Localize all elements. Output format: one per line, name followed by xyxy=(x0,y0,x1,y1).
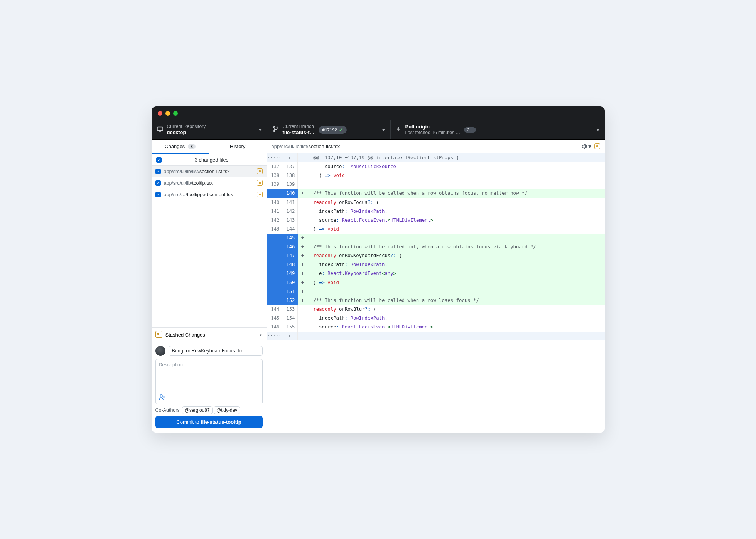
filepath-name: section-list.tsx xyxy=(309,143,340,149)
add-coauthor-icon[interactable] xyxy=(159,394,259,402)
diff-view[interactable]: ·····↑ @@ -137,10 +137,19 @@ interface I… xyxy=(267,153,605,433)
diff-line[interactable]: 140141 readonly onRowFocus?: ( xyxy=(267,198,605,207)
toolbar: Current Repository desktop ▾ Current Bra… xyxy=(152,120,605,140)
description-input[interactable]: Description xyxy=(155,359,263,404)
stashed-changes-row[interactable]: Stashed Changes › xyxy=(152,327,267,342)
chevron-down-icon: ▾ xyxy=(597,127,599,133)
file-checkbox[interactable]: ✓ xyxy=(155,180,161,186)
file-row[interactable]: ✓app/src/ui/lib/list/section-list.tsx xyxy=(152,166,267,177)
commit-button[interactable]: Commit to file-status-tooltip xyxy=(155,416,263,428)
file-modified-icon xyxy=(594,143,600,149)
file-path: app/src/ui/lib/list/section-list.tsx xyxy=(164,169,254,174)
pull-sub: Last fetched 16 minutes … xyxy=(405,130,461,136)
svg-point-1 xyxy=(273,126,275,128)
branch-label: Current Branch xyxy=(283,124,315,130)
close-icon[interactable] xyxy=(158,111,162,116)
diff-line[interactable]: 145154 indexPath: RowIndexPath, xyxy=(267,314,605,323)
diff-line[interactable]: 148+ indexPath: RowIndexPath, xyxy=(267,260,605,269)
coauthors-row: Co-Authors @sergiou87 @tidy-dev xyxy=(155,408,263,413)
stash-icon xyxy=(156,332,162,338)
check-icon: ✓ xyxy=(339,127,343,133)
desktop-icon xyxy=(157,126,163,133)
pull-more-dropdown[interactable]: ▾ xyxy=(589,120,605,139)
file-path: app/src/ui/lib/tooltip.tsx xyxy=(164,180,254,186)
filepath-dir: app/src/ui/lib/list/ xyxy=(272,143,309,149)
diff-line[interactable]: 146155 source: React.FocusEvent<HTMLDivE… xyxy=(267,323,605,332)
tab-history-label: History xyxy=(230,143,245,149)
diff-line[interactable]: 147+ readonly onRowKeyboardFocus?: ( xyxy=(267,251,605,260)
file-modified-icon xyxy=(257,180,263,186)
download-icon xyxy=(396,126,402,133)
tab-history[interactable]: History xyxy=(209,140,267,154)
repo-label: Current Repository xyxy=(167,124,206,130)
branch-value: file-status-t… xyxy=(283,130,315,136)
pull-button[interactable]: Pull origin Last fetched 16 minutes … 3↓ xyxy=(391,120,589,139)
commit-button-prefix: Commit to xyxy=(176,419,201,425)
file-row[interactable]: ✓app/src/ui/lib/tooltip.tsx xyxy=(152,177,267,189)
branch-icon xyxy=(273,126,279,133)
chevron-right-icon: › xyxy=(260,331,262,338)
stashed-changes-label: Stashed Changes xyxy=(165,332,205,338)
svg-point-4 xyxy=(160,395,162,397)
sidebar: Changes 3 History ✓ 3 changed files ✓app… xyxy=(152,140,267,433)
diff-line[interactable]: 140+ /** This function will be called wh… xyxy=(267,189,605,198)
svg-point-3 xyxy=(277,127,278,128)
diff-line[interactable]: 141142 indexPath: RowIndexPath, xyxy=(267,207,605,216)
file-checkbox[interactable]: ✓ xyxy=(155,192,161,197)
tab-changes-label: Changes xyxy=(165,143,185,149)
diff-line[interactable]: 146+ /** This function will be called on… xyxy=(267,243,605,251)
file-row[interactable]: ✓app/src/…/tooltipped-content.tsx xyxy=(152,189,267,200)
diff-line[interactable]: 151+ xyxy=(267,287,605,296)
description-placeholder: Description xyxy=(159,362,259,367)
diff-panel: app/src/ui/lib/list/section-list.tsx ▾ ·… xyxy=(267,140,605,433)
diff-line[interactable]: 152+ /** This function will be called wh… xyxy=(267,296,605,305)
diff-line[interactable]: 143144 ) => void xyxy=(267,225,605,234)
file-list: ✓app/src/ui/lib/list/section-list.tsx✓ap… xyxy=(152,166,267,200)
expand-down-button[interactable]: ·····↓ xyxy=(267,332,605,340)
diff-line[interactable]: 149+ e: React.KeyboardEvent<any> xyxy=(267,269,605,278)
body: Changes 3 History ✓ 3 changed files ✓app… xyxy=(152,140,605,433)
sidebar-tabs: Changes 3 History xyxy=(152,140,267,154)
titlebar xyxy=(152,106,605,120)
coauthor-tag[interactable]: @tidy-dev xyxy=(214,406,240,414)
repo-dropdown[interactable]: Current Repository desktop ▾ xyxy=(152,120,267,139)
tab-changes[interactable]: Changes 3 xyxy=(152,140,209,154)
files-header: ✓ 3 changed files xyxy=(152,154,267,166)
filepath: app/src/ui/lib/list/section-list.tsx xyxy=(272,143,578,149)
summary-input[interactable]: Bring `onRowKeyboardFocus` to xyxy=(169,346,263,356)
diff-line[interactable]: 137137 source: IMouseClickSource xyxy=(267,162,605,171)
svg-rect-0 xyxy=(157,127,163,131)
pull-count: 3↓ xyxy=(464,127,476,133)
select-all-checkbox[interactable]: ✓ xyxy=(156,157,162,163)
pull-label: Pull origin xyxy=(405,124,461,130)
changes-count-badge: 3 xyxy=(188,144,196,149)
avatar xyxy=(155,346,165,356)
file-path: app/src/…/tooltipped-content.tsx xyxy=(164,192,254,197)
file-modified-icon xyxy=(257,192,263,197)
commit-form: Bring `onRowKeyboardFocus` to Descriptio… xyxy=(152,342,267,433)
hunk-header: ·····↑ @@ -137,10 +137,19 @@ interface I… xyxy=(267,153,605,162)
app-window: Current Repository desktop ▾ Current Bra… xyxy=(152,106,605,433)
commit-button-branch: file-status-tooltip xyxy=(201,419,241,425)
diff-line[interactable]: 142143 source: React.FocusEvent<HTMLDivE… xyxy=(267,216,605,225)
pr-badge: #17192 ✓ xyxy=(319,126,347,134)
filepath-bar: app/src/ui/lib/list/section-list.tsx ▾ xyxy=(267,140,605,153)
chevron-down-icon: ▾ xyxy=(259,127,262,133)
diff-line[interactable]: 145+ xyxy=(267,234,605,243)
diff-line[interactable]: 144153 readonly onRowBlur?: ( xyxy=(267,305,605,314)
chevron-down-icon: ▾ xyxy=(382,127,385,133)
coauthor-tag[interactable]: @sergiou87 xyxy=(182,406,213,414)
diff-settings-button[interactable]: ▾ xyxy=(581,143,591,150)
branch-dropdown[interactable]: Current Branch file-status-t… #17192 ✓ ▾ xyxy=(267,120,391,139)
file-modified-icon xyxy=(257,168,263,174)
repo-value: desktop xyxy=(167,130,206,136)
diff-line[interactable]: 139139 xyxy=(267,180,605,189)
coauthors-label: Co-Authors xyxy=(155,408,180,413)
pr-number: #17192 xyxy=(322,128,337,132)
diff-line[interactable]: 138138 ) => void xyxy=(267,171,605,180)
maximize-icon[interactable] xyxy=(173,111,178,116)
minimize-icon[interactable] xyxy=(165,111,170,116)
diff-line[interactable]: 150+ ) => void xyxy=(267,278,605,287)
chevron-down-icon: ▾ xyxy=(588,143,591,150)
file-checkbox[interactable]: ✓ xyxy=(155,169,161,174)
